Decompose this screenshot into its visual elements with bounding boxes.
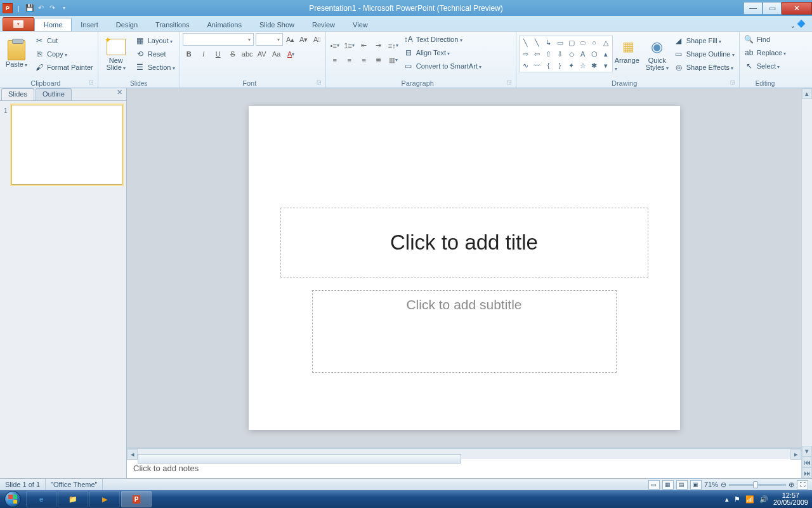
italic-button[interactable]: I (197, 48, 210, 60)
scroll-left-icon[interactable]: ◂ (127, 449, 138, 460)
quick-styles-button[interactable]: ◉Quick Styles (645, 33, 670, 75)
scroll-down-icon[interactable]: ▾ (802, 446, 812, 457)
shape-diamond-icon[interactable]: ◇ (566, 49, 577, 59)
arrange-button[interactable]: ▦Arrange (615, 33, 643, 75)
font-color-button[interactable]: A (285, 48, 298, 60)
columns-button[interactable]: ▥ (387, 54, 400, 67)
tab-home[interactable]: Home (34, 18, 72, 31)
sorter-view-button[interactable]: ▦ (662, 480, 674, 490)
file-tab[interactable] (3, 17, 34, 31)
font-size-combo[interactable] (256, 33, 282, 46)
clear-formatting-button[interactable]: A⃠ (311, 33, 323, 46)
shape-star5-icon[interactable]: ☆ (578, 60, 588, 70)
start-button[interactable] (0, 490, 25, 508)
bold-button[interactable]: B (183, 48, 195, 60)
font-dialog-icon[interactable]: ◲ (317, 79, 322, 85)
scroll-up-icon[interactable]: ▴ (802, 88, 812, 99)
shape-fill-button[interactable]: ◢Shape Fill (672, 34, 737, 47)
tab-animations[interactable]: Animations (199, 18, 251, 31)
close-button[interactable]: ✕ (782, 2, 812, 15)
title-placeholder[interactable]: Click to add title (280, 208, 648, 277)
find-button[interactable]: 🔍Find (742, 33, 789, 46)
shape-brace-r-icon[interactable]: } (555, 60, 565, 70)
taskbar-explorer-button[interactable]: 📁 (58, 491, 88, 507)
tab-view[interactable]: View (344, 18, 377, 31)
tray-up-icon[interactable]: ▴ (725, 495, 729, 504)
replace-button[interactable]: abReplace (742, 46, 789, 59)
shape-rect-icon[interactable]: ▭ (555, 37, 565, 48)
save-icon[interactable]: 💾 (25, 3, 35, 13)
panel-tab-slides[interactable]: Slides (1, 88, 34, 100)
tab-insert[interactable]: Insert (72, 18, 107, 31)
align-text-button[interactable]: ⊟Align Text (402, 46, 483, 59)
grow-font-button[interactable]: A▴ (285, 33, 296, 46)
line-spacing-button[interactable]: ≡↕ (387, 39, 400, 52)
slide[interactable]: Click to add title Click to add subtitle (249, 106, 680, 430)
copy-button[interactable]: ⎘Copy (32, 48, 95, 60)
prev-slide-icon[interactable]: ⏮ (802, 457, 812, 467)
shape-gear-icon[interactable]: ✱ (589, 60, 599, 70)
underline-button[interactable]: U (212, 48, 225, 60)
shape-arrow-u-icon[interactable]: ⇧ (544, 49, 554, 59)
shadow-button[interactable]: abc (241, 48, 254, 60)
shape-hex-icon[interactable]: ⬡ (589, 49, 599, 59)
shrink-font-button[interactable]: A▾ (298, 33, 310, 46)
char-spacing-button[interactable]: AV (256, 48, 268, 60)
shapes-gallery[interactable]: ╲╲↳▭▢⬭○△ ⇨⇦⇧⇩◇A⬡▴ ∿〰{}✦☆✱▾ (519, 36, 613, 72)
paste-button[interactable]: Paste (3, 33, 30, 75)
shape-oval-icon[interactable]: ○ (589, 37, 599, 48)
taskbar-powerpoint-button[interactable]: P (121, 491, 152, 507)
shape-star4-icon[interactable]: ✦ (566, 60, 577, 70)
shape-line2-icon[interactable]: ╲ (532, 37, 542, 48)
fit-window-button[interactable]: ⛶ (797, 480, 808, 490)
panel-close-icon[interactable]: ✕ (113, 88, 126, 100)
shape-arrow-l-icon[interactable]: ⇦ (532, 49, 542, 59)
minimize-button[interactable]: — (743, 2, 763, 15)
shape-row-down-icon[interactable]: ▾ (601, 60, 611, 70)
shape-text-icon[interactable]: A (578, 49, 588, 59)
new-slide-button[interactable]: New Slide (101, 33, 131, 75)
strikethrough-button[interactable]: S (226, 48, 239, 60)
convert-smartart-button[interactable]: ▭Convert to SmartArt (402, 60, 483, 72)
slideshow-view-button[interactable]: ▣ (690, 480, 702, 490)
panel-tab-outline[interactable]: Outline (36, 88, 72, 100)
shape-effects-button[interactable]: ◎Shape Effects (672, 61, 737, 74)
numbering-button[interactable]: 1≡ (343, 39, 356, 52)
zoom-thumb[interactable] (753, 481, 758, 488)
paragraph-dialog-icon[interactable]: ◲ (507, 79, 512, 85)
bullets-button[interactable]: •≡ (329, 39, 341, 52)
shape-arrow-r-icon[interactable]: ⇨ (521, 49, 531, 59)
shape-arrow-d-icon[interactable]: ⇩ (555, 49, 565, 59)
shape-scribble-icon[interactable]: 〰 (532, 60, 542, 70)
shape-callout-icon[interactable]: ⬭ (578, 37, 588, 48)
shape-row-up-icon[interactable]: ▴ (601, 49, 611, 59)
tab-review[interactable]: Review (303, 18, 344, 31)
increase-indent-button[interactable]: ⇥ (372, 39, 385, 52)
taskbar-ie-button[interactable]: e (26, 491, 56, 507)
shape-line-icon[interactable]: ╲ (521, 37, 531, 48)
subtitle-placeholder[interactable]: Click to add subtitle (312, 290, 617, 373)
reset-button[interactable]: ⟲Reset (133, 48, 177, 60)
cut-button[interactable]: ✂Cut (32, 34, 95, 47)
taskbar-wmp-button[interactable]: ▶ (89, 491, 120, 507)
shape-brace-l-icon[interactable]: { (544, 60, 554, 70)
zoom-in-button[interactable]: ⊕ (789, 481, 794, 489)
vscroll-track[interactable] (802, 99, 812, 446)
vertical-scrollbar[interactable]: ▴ ▾ ⏮ ⏭ (801, 88, 812, 478)
shape-triangle-icon[interactable]: △ (601, 37, 611, 48)
tab-transitions[interactable]: Transitions (147, 18, 198, 31)
align-right-button[interactable]: ≡ (358, 54, 370, 67)
drawing-dialog-icon[interactable]: ◲ (730, 79, 735, 85)
layout-button[interactable]: ▦Layout (133, 34, 177, 47)
change-case-button[interactable]: Aa (270, 48, 283, 60)
qat-dropdown-icon[interactable]: ▾ (59, 3, 69, 13)
shape-connector-icon[interactable]: ↳ (544, 37, 554, 48)
scroll-right-icon[interactable]: ▸ (790, 449, 801, 460)
undo-icon[interactable]: ↶ (36, 3, 46, 13)
text-direction-button[interactable]: ↕AText Direction (402, 33, 483, 46)
horizontal-scrollbar[interactable]: ◂ ▸ (127, 448, 801, 459)
shape-outline-button[interactable]: ▭Shape Outline (672, 48, 737, 60)
tray-volume-icon[interactable]: 🔊 (759, 495, 768, 504)
help-minimize-icon[interactable]: ˬ 🔷 (785, 20, 812, 28)
shape-rrect-icon[interactable]: ▢ (566, 37, 577, 48)
